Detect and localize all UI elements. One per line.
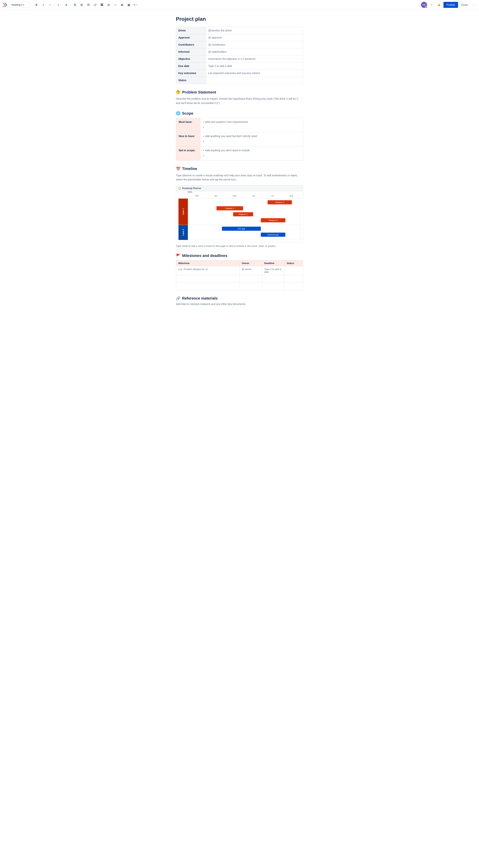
mention-button[interactable]: @ xyxy=(106,2,112,8)
lane-label: Lane 2 xyxy=(179,225,188,240)
scope-items[interactable]: Add your project's core requirements xyxy=(200,118,303,132)
lane-content: Feature 3Feature 1Feature 2Feature 4 xyxy=(188,198,300,225)
gantt-bar[interactable]: iOS app xyxy=(222,227,261,231)
milestones-cell[interactable]: e.g., Finalize designs for v1 xyxy=(176,266,239,275)
milestones-cell[interactable] xyxy=(176,283,239,290)
gantt-bar[interactable]: Feature 1 xyxy=(216,206,243,210)
scope-item[interactable]: Add anything you want but don't strictly… xyxy=(203,134,300,138)
gantt-bar[interactable]: Feature 3 xyxy=(268,200,292,205)
info-value[interactable]: @mention the driver xyxy=(206,27,303,34)
app-logo[interactable] xyxy=(2,2,7,7)
milestones-cell[interactable] xyxy=(176,275,239,283)
more-insert-button[interactable]: +⋯ xyxy=(132,2,139,8)
scope-items[interactable]: Add anything you don't want to include xyxy=(200,146,303,160)
publish-button[interactable]: Publish xyxy=(444,2,458,8)
scope-item-empty[interactable] xyxy=(203,139,300,144)
info-table-row: Status xyxy=(176,77,303,84)
timeline-heading: 📅 Timeline xyxy=(176,166,303,171)
gantt-bar[interactable]: Feature 2 xyxy=(233,212,253,216)
scope-item-empty[interactable] xyxy=(203,125,300,129)
milestones-cell[interactable] xyxy=(239,283,262,290)
roadmap-year: 2021 xyxy=(188,191,192,193)
page-title[interactable]: Project plan xyxy=(176,16,303,23)
image-button[interactable]: 🖼 xyxy=(99,2,105,8)
gantt-row: Android app xyxy=(189,232,300,237)
milestones-cell[interactable] xyxy=(262,275,285,283)
milestones-title: Milestones and deadlines xyxy=(182,253,227,258)
info-value[interactable]: @ approver xyxy=(206,34,303,41)
info-value[interactable] xyxy=(206,77,303,84)
gantt-bar[interactable]: Android app xyxy=(261,232,285,237)
milestones-cell[interactable] xyxy=(285,283,303,290)
info-label: Key outcomes xyxy=(176,70,206,77)
milestones-cell[interactable]: @ owner xyxy=(239,266,262,275)
problem-statement-description[interactable]: Describe the problem and its impact. Inc… xyxy=(176,97,303,105)
gantt-row: Feature 1 xyxy=(189,206,300,211)
milestones-cell[interactable] xyxy=(262,283,285,290)
problem-statement-heading: 🤔 Problem Statement xyxy=(176,90,303,94)
roadmap-lane: Lane 1Feature 3Feature 1Feature 2Feature… xyxy=(178,198,301,225)
milestones-cell[interactable]: Type // to add a date xyxy=(262,266,285,275)
align-button[interactable]: ≡ xyxy=(56,2,61,8)
gantt-bar[interactable]: Feature 4 xyxy=(261,218,285,222)
info-label: Driver xyxy=(176,27,206,34)
roadmap-months: MarAprMayJunJulAug xyxy=(188,195,301,197)
info-table-row: Contributors @ contributors xyxy=(176,41,303,49)
close-button[interactable]: Close xyxy=(459,2,469,7)
bullet-list-button[interactable]: ☰ xyxy=(72,2,78,8)
scope-item-empty[interactable] xyxy=(203,153,300,158)
image-icon: 🖼 xyxy=(100,3,103,6)
table-button[interactable]: ⊞ xyxy=(119,2,125,8)
info-value[interactable]: Summarize the objective in 1-2 sentence xyxy=(206,56,303,63)
roadmap-note: Type /trello to add a card or board to t… xyxy=(176,245,303,247)
heading-select[interactable]: Heading 2 ▾ xyxy=(10,2,30,8)
scope-item[interactable]: Add your project's core requirements xyxy=(203,120,300,124)
month-label: Apr xyxy=(207,195,226,197)
color-button[interactable]: A xyxy=(64,2,69,8)
scope-row: Not in scope: Add anything you don't wan… xyxy=(176,146,303,160)
scope-item[interactable]: Add anything you don't want to include xyxy=(203,148,300,153)
milestones-column-header: Milestone xyxy=(176,260,239,266)
emoji-icon: ☺ xyxy=(114,3,117,6)
milestones-cell[interactable] xyxy=(285,266,303,275)
table-icon: ⊞ xyxy=(121,3,123,6)
problem-statement-emoji: 🤔 xyxy=(176,90,181,94)
avatar[interactable]: CK xyxy=(421,2,427,8)
milestones-cell[interactable] xyxy=(239,275,262,283)
todo-icon: ☑ xyxy=(87,3,90,6)
lock-button[interactable]: 🔒 xyxy=(436,2,442,8)
info-label: Status xyxy=(176,77,206,84)
reference-materials-heading: 🔗 Reference materials xyxy=(176,296,303,301)
info-value[interactable]: @ contributors xyxy=(206,41,303,49)
scope-items[interactable]: Add anything you want but don't strictly… xyxy=(200,132,303,146)
roadmap-planner[interactable]: 📋 Roadmap Planner 2021 MarAprMayJunJulAu… xyxy=(176,185,303,242)
info-value[interactable]: @ stakeholders xyxy=(206,49,303,56)
more-text-button[interactable]: ··· xyxy=(47,2,53,8)
layout-button[interactable]: ▥ xyxy=(126,2,132,8)
toolbar: Heading 2 ▾ B I ··· ≡ A ☰ ⊟ ☑ 🔗 🖼 @ ☺ ⊞ … xyxy=(0,0,479,10)
italic-button[interactable]: I xyxy=(40,2,46,8)
info-value[interactable]: List expected outcomes and success metri… xyxy=(206,70,303,77)
milestones-cell[interactable] xyxy=(285,275,303,283)
roadmap-lanes: Lane 1Feature 3Feature 1Feature 2Feature… xyxy=(178,198,301,240)
info-label: Due date xyxy=(176,63,206,70)
main-content: Project plan Driver @mention the driver … xyxy=(169,10,310,325)
info-value[interactable]: Type // to add a date xyxy=(206,63,303,70)
bold-button[interactable]: B xyxy=(33,2,39,8)
toolbar-right: CK + 🔒 Publish Close ··· xyxy=(421,2,477,8)
more-options-button[interactable]: ··· xyxy=(471,2,477,8)
milestones-row: e.g., Finalize designs for v1@ ownerType… xyxy=(176,266,303,275)
emoji-button[interactable]: ☺ xyxy=(112,2,118,8)
roadmap-body: 2021 MarAprMayJunJulAug Lane 1Feature 3F… xyxy=(176,191,303,242)
bullet-list-icon: ☰ xyxy=(74,3,76,6)
add-collaborator-button[interactable]: + xyxy=(428,2,435,8)
link-button[interactable]: 🔗 xyxy=(92,2,98,8)
todo-button[interactable]: ☑ xyxy=(85,2,91,8)
ellipsis-icon: ··· xyxy=(473,3,475,6)
info-table: Driver @mention the driver Approver @ ap… xyxy=(176,27,303,84)
avatar-initials: CK xyxy=(422,4,426,6)
number-list-button[interactable]: ⊟ xyxy=(79,2,85,8)
milestones-heading: 🚩 Milestones and deadlines xyxy=(176,253,303,258)
month-label: Jul xyxy=(263,195,282,197)
layout-icon: ▥ xyxy=(128,3,130,6)
